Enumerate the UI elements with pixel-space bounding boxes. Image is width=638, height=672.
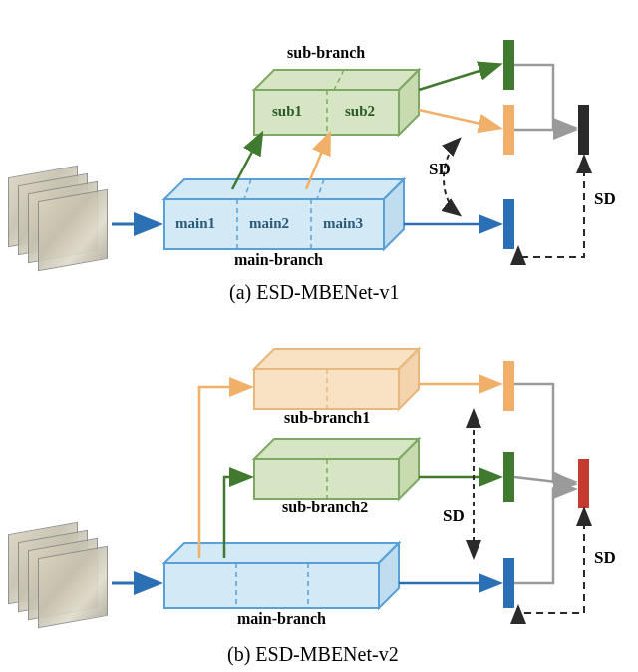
output-bar-green-b xyxy=(503,452,514,502)
svg-marker-0 xyxy=(164,179,404,199)
label-subbranch1-b: sub-branch1 xyxy=(284,409,370,427)
label-mainbranch-b: main-branch xyxy=(237,610,326,628)
sd-outer-b xyxy=(518,510,584,613)
caption-a: (a) ESD-MBENet-v1 xyxy=(229,281,400,304)
label-sd-inner-a: SD xyxy=(429,160,451,179)
arrow-sub-to-orange xyxy=(419,110,498,128)
sub-branch1-b xyxy=(254,349,419,409)
output-bar-blue-a xyxy=(503,199,514,249)
label-sub1: sub1 xyxy=(272,103,302,120)
sub-branch2-b xyxy=(254,439,419,499)
label-mainbranch-a: main-branch xyxy=(234,251,323,269)
svg-marker-21 xyxy=(254,439,419,459)
main-branch-a xyxy=(164,179,404,249)
label-sd-outer-b: SD xyxy=(594,548,616,568)
output-bar-orange-b xyxy=(503,361,514,411)
svg-marker-7 xyxy=(254,70,419,90)
label-main3: main3 xyxy=(323,215,363,232)
svg-rect-14 xyxy=(164,563,379,608)
output-bar-black-a xyxy=(578,105,589,155)
output-bar-orange-a xyxy=(503,105,514,155)
label-subbranch-a: sub-branch xyxy=(287,44,365,62)
output-bar-green-a xyxy=(503,40,514,90)
diagram-canvas: sub-branch sub1 sub2 main1 main2 main3 m… xyxy=(0,0,638,672)
label-main2: main2 xyxy=(249,215,289,232)
arrow-merge-bot-b xyxy=(514,489,573,583)
arrow-merge-top-a xyxy=(514,65,573,128)
output-bar-red-b xyxy=(578,459,589,508)
figure-b xyxy=(112,349,589,613)
label-sub2: sub2 xyxy=(345,103,375,120)
label-sd-outer-a: SD xyxy=(594,189,616,209)
label-subbranch2-b: sub-branch2 xyxy=(282,499,368,516)
label-sd-inner-b: SD xyxy=(443,506,465,526)
sd-outer-a xyxy=(518,158,584,257)
arrow-merge-top-b xyxy=(514,384,573,482)
input-thumb xyxy=(38,189,108,271)
arrow-sub-to-green xyxy=(419,65,498,90)
output-bar-blue-b xyxy=(503,558,514,608)
arrow-merge-mid-b xyxy=(514,477,573,484)
svg-marker-17 xyxy=(254,349,419,369)
label-main1: main1 xyxy=(175,215,215,232)
caption-b: (b) ESD-MBENet-v2 xyxy=(227,643,399,666)
input-thumb xyxy=(38,546,108,628)
